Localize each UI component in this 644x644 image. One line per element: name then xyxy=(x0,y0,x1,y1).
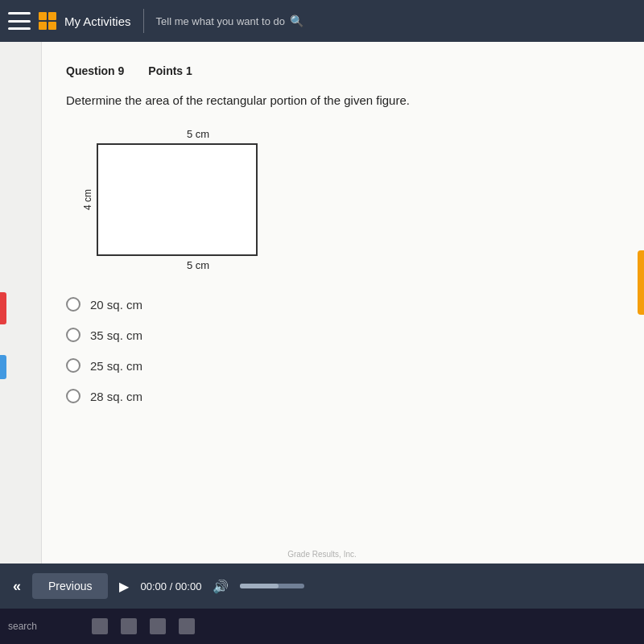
taskbar-icon-2[interactable] xyxy=(121,618,137,634)
progress-bar[interactable] xyxy=(240,584,304,588)
answer-choices: 20 sq. cm 35 sq. cm 25 sq. cm 28 sq. cm xyxy=(66,297,612,403)
choice-label-a: 20 sq. cm xyxy=(90,298,142,312)
left-tag-red xyxy=(0,292,6,324)
choice-label-b: 35 sq. cm xyxy=(90,328,142,342)
taskbar-icon-4[interactable] xyxy=(179,618,195,634)
search-placeholder-text[interactable]: Tell me what you want to do xyxy=(156,15,285,27)
taskbar-icon-1[interactable] xyxy=(92,618,108,634)
content-area: Question 9 Points 1 Determine the area o… xyxy=(42,42,644,564)
play-button[interactable]: ▶ xyxy=(119,579,129,594)
choice-item-a[interactable]: 20 sq. cm xyxy=(66,297,612,312)
choice-item-d[interactable]: 28 sq. cm xyxy=(66,389,612,403)
search-button[interactable]: 🔍 xyxy=(290,14,303,27)
toolbar-divider xyxy=(143,9,144,33)
left-dimension: 4 cm xyxy=(82,147,93,252)
choice-item-c[interactable]: 25 sq. cm xyxy=(66,358,612,373)
left-sidebar xyxy=(0,42,42,564)
radio-a[interactable] xyxy=(66,297,80,312)
search-area: Tell me what you want to do 🔍 xyxy=(156,14,636,27)
top-dimension: 5 cm xyxy=(105,128,291,140)
watermark: Grade Results, Inc. xyxy=(287,550,357,559)
radio-c[interactable] xyxy=(66,358,80,373)
volume-icon[interactable]: 🔊 xyxy=(213,579,229,594)
radio-b[interactable] xyxy=(66,328,80,342)
windows-taskbar: search xyxy=(0,609,644,644)
nav-prev-icon[interactable]: « xyxy=(13,578,21,595)
taskbar-search-label[interactable]: search xyxy=(8,621,37,632)
bottom-toolbar: « Previous ▶ 00:00 / 00:00 🔊 xyxy=(0,564,644,609)
top-toolbar: My Activities Tell me what you want to d… xyxy=(0,0,644,42)
question-header: Question 9 Points 1 xyxy=(66,64,612,77)
activities-label[interactable]: My Activities xyxy=(64,14,131,28)
taskbar-icon-3[interactable] xyxy=(150,618,166,634)
choice-label-d: 28 sq. cm xyxy=(90,390,142,403)
time-display: 00:00 / 00:00 xyxy=(140,580,201,592)
question-text: Determine the area of the rectangular po… xyxy=(66,92,612,109)
taskbar-icons xyxy=(92,618,195,634)
figure-container: 5 cm 4 cm 5 cm xyxy=(82,128,291,271)
question-number: Question 9 xyxy=(66,64,124,77)
rectangle-figure xyxy=(97,143,258,256)
choice-label-c: 25 sq. cm xyxy=(90,359,142,373)
main-content: Question 9 Points 1 Determine the area o… xyxy=(0,42,644,564)
choice-item-b[interactable]: 35 sq. cm xyxy=(66,328,612,342)
question-points: Points 1 xyxy=(148,64,192,77)
progress-fill xyxy=(240,584,279,588)
left-tag-blue xyxy=(0,355,6,379)
bottom-dimension: 5 cm xyxy=(105,259,291,271)
grid-icon[interactable] xyxy=(39,12,56,30)
figure-row: 4 cm xyxy=(82,143,291,256)
menu-icon[interactable] xyxy=(8,12,31,30)
right-accent xyxy=(638,250,644,315)
previous-button[interactable]: Previous xyxy=(32,573,108,599)
radio-d[interactable] xyxy=(66,389,80,403)
